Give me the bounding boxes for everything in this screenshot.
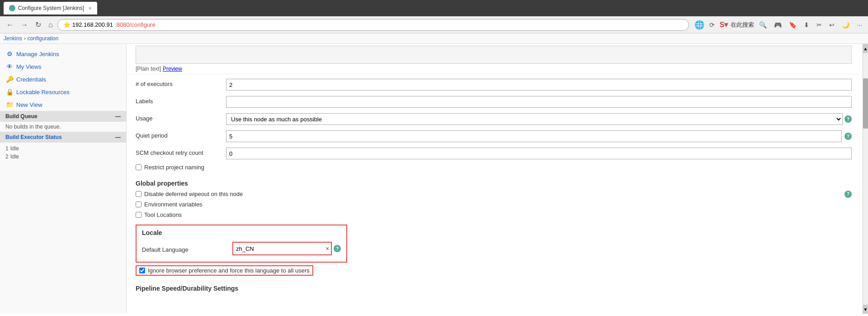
scissors-icon[interactable]: ✂ <box>814 20 824 30</box>
scroll-down-arrow[interactable]: ▼ <box>863 305 868 314</box>
moon-icon[interactable]: 🌙 <box>840 20 852 30</box>
forward-button[interactable]: → <box>18 19 31 31</box>
executors-row: # of executors document.currentScript.pr… <box>136 76 852 93</box>
top-stub: [Plain text] Preview <box>127 44 861 74</box>
scm-checkout-input[interactable] <box>226 148 852 159</box>
usage-help-icon[interactable]: ? <box>844 115 852 123</box>
sidebar-item-credentials[interactable]: 🔑 Credentials <box>0 73 126 86</box>
usage-label: Usage <box>136 113 226 122</box>
quiet-period-help-icon[interactable]: ? <box>844 133 852 140</box>
build-executor-header: Build Executor Status — <box>0 132 126 143</box>
quiet-period-label: Quiet period <box>136 130 226 139</box>
sidebar-item-label: Manage Jenkins <box>16 51 59 57</box>
locale-title: Locale <box>142 229 341 236</box>
address-bar[interactable]: ⭐ 192.168.200.91 :8080/configure <box>57 19 689 31</box>
default-language-help-icon[interactable]: ? <box>334 245 341 252</box>
sidebar-item-lockable-resources[interactable]: 🔒 Lockable Resources <box>0 86 126 98</box>
usage-select[interactable]: Use this node as much as possible Only b… <box>226 113 843 125</box>
restrict-project-checkbox[interactable] <box>136 164 142 170</box>
ignore-browser-label: Ignore browser preference and force this… <box>148 267 310 274</box>
disable-deferred-help-icon[interactable]: ? <box>844 191 852 198</box>
sidebar-item-manage-jenkins[interactable]: ⚙ Manage Jenkins <box>0 48 126 60</box>
sidebar: ⚙ Manage Jenkins 👁 My Views 🔑 Credential… <box>0 44 127 314</box>
executors-value: document.currentScript.previousElementSi… <box>226 79 852 91</box>
ignore-browser-row: Ignore browser preference and force this… <box>136 265 852 276</box>
quiet-period-row: Quiet period ? <box>136 128 852 145</box>
breadcrumb-jenkins[interactable]: Jenkins <box>4 35 22 42</box>
locale-section: Locale Default Language × ? <box>136 225 852 263</box>
executor-item-2: 2 Idle <box>5 153 121 161</box>
global-properties-section: Global properties Disable deferred wipeo… <box>136 172 852 222</box>
download-icon[interactable]: ⬇ <box>802 20 811 30</box>
executor-status-1: Idle <box>10 145 19 152</box>
executors-label: # of executors <box>136 79 226 87</box>
refresh-icon-btn[interactable]: ⟳ <box>707 20 717 30</box>
scroll-track <box>863 53 868 305</box>
build-executor-content: 1 Idle 2 Idle <box>0 143 126 163</box>
scrollbar[interactable]: ▲ ▼ <box>863 44 868 314</box>
scm-checkout-label: SCM checkout retry count <box>136 148 226 156</box>
labels-input[interactable] <box>226 96 852 108</box>
tool-locations-checkbox[interactable] <box>136 212 142 218</box>
tool-locations-label: Tool Locations <box>144 211 182 218</box>
ignore-browser-border: Ignore browser preference and force this… <box>136 265 313 276</box>
env-variables-checkbox[interactable] <box>136 201 142 207</box>
default-language-input[interactable] <box>233 243 324 254</box>
restrict-project-label: Restrict project naming <box>144 164 204 171</box>
sidebar-item-new-view[interactable]: 📁 New View <box>0 98 126 111</box>
scroll-up-arrow[interactable]: ▲ <box>863 44 868 53</box>
disable-deferred-row: Disable deferred wipeout on this node ? <box>136 189 852 199</box>
credentials-icon: 🔑 <box>5 75 14 83</box>
gamepad-icon[interactable]: 🎮 <box>772 20 784 30</box>
quiet-period-value: ? <box>226 130 852 142</box>
more-icon[interactable]: ··· <box>854 20 864 30</box>
ignore-browser-checkbox[interactable] <box>139 268 145 273</box>
save-icon[interactable]: 🔖 <box>787 20 799 30</box>
search-label: 在此搜索 <box>731 21 754 29</box>
my-views-icon: 👁 <box>5 62 14 71</box>
disable-deferred-checkbox[interactable] <box>136 191 142 197</box>
form-area: # of executors document.currentScript.pr… <box>127 74 861 299</box>
labels-value <box>226 96 852 108</box>
sidebar-item-label: My Views <box>16 63 41 70</box>
executor-status-2: Idle <box>10 153 19 160</box>
breadcrumb-configuration[interactable]: configuration <box>28 35 59 42</box>
tab-title: Configure System [Jenkins] <box>18 5 84 11</box>
quiet-period-input[interactable] <box>226 130 842 142</box>
tab-close-button[interactable]: × <box>89 5 91 11</box>
url-text: 192.168.200.91 <box>72 21 113 28</box>
tool-locations-row: Tool Locations <box>136 210 852 220</box>
breadcrumb: Jenkins › configuration <box>0 34 868 44</box>
lockable-icon: 🔒 <box>5 88 14 96</box>
breadcrumb-separator: › <box>24 35 26 42</box>
home-button[interactable]: ⌂ <box>46 19 56 31</box>
build-executor-link[interactable]: Build Executor Status <box>5 134 62 140</box>
disable-deferred-label: Disable deferred wipeout on this node <box>144 191 243 197</box>
refresh-button[interactable]: ↻ <box>33 19 44 31</box>
undo-icon[interactable]: ↩ <box>827 20 837 30</box>
new-view-icon: 📁 <box>5 101 14 109</box>
locale-clear-button[interactable]: × <box>324 245 331 252</box>
sidebar-item-label: Lockable Resources <box>16 89 70 96</box>
nav-right-controls: 🌐 ⟳ S▾ 在此搜索 🔍 🎮 🔖 ⬇ ✂ ↩ 🌙 ··· <box>694 20 864 30</box>
build-queue-collapse-icon[interactable]: — <box>115 113 121 120</box>
default-language-value: × ? <box>232 242 341 255</box>
executors-input[interactable] <box>226 79 852 91</box>
build-queue-empty-text: No builds in the queue. <box>5 124 61 130</box>
build-executor-collapse-icon[interactable]: — <box>115 134 121 140</box>
sidebar-item-my-views[interactable]: 👁 My Views <box>0 60 126 73</box>
back-button[interactable]: ← <box>4 19 16 31</box>
url-path: :8080/configure <box>115 21 156 28</box>
usage-row: Usage Use this node as much as possible … <box>136 110 852 128</box>
default-language-label: Default Language <box>142 244 232 253</box>
search-engine-icon[interactable]: S▾ <box>720 20 728 29</box>
textarea-stub[interactable] <box>136 46 852 64</box>
search-button[interactable]: 🔍 <box>757 20 769 30</box>
preview-link[interactable]: Preview <box>163 66 182 72</box>
active-tab[interactable]: Configure System [Jenkins] × <box>4 2 97 14</box>
default-language-row: Default Language × ? <box>142 239 341 258</box>
executor-num-2: 2 <box>5 153 9 160</box>
labels-row: Labels <box>136 93 852 110</box>
page-layout: ⚙ Manage Jenkins 👁 My Views 🔑 Credential… <box>0 44 868 314</box>
scroll-thumb[interactable] <box>863 78 868 129</box>
